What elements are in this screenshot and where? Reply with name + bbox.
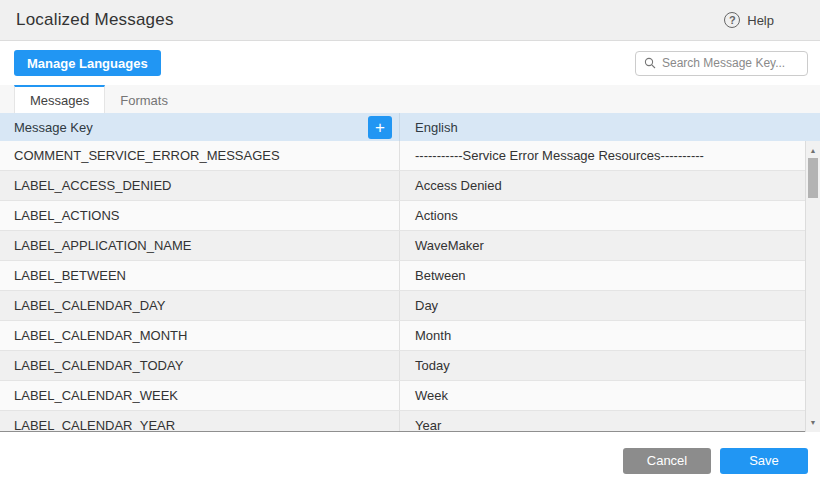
message-value-cell[interactable]: Day	[400, 291, 820, 320]
column-header-message-key: Message Key +	[0, 113, 400, 141]
message-value-cell[interactable]: Actions	[400, 201, 820, 230]
table-row: LABEL_ACTIONS Actions	[0, 201, 820, 231]
table-row: LABEL_CALENDAR_WEEK Week	[0, 381, 820, 411]
cancel-button[interactable]: Cancel	[623, 448, 711, 474]
scroll-down-icon[interactable]: ▼	[806, 415, 820, 430]
message-value-cell[interactable]: Access Denied	[400, 171, 820, 200]
message-key-cell[interactable]: LABEL_APPLICATION_NAME	[0, 231, 400, 260]
message-key-cell[interactable]: COMMENT_SERVICE_ERROR_MESSAGES	[0, 141, 400, 170]
message-key-cell[interactable]: LABEL_CALENDAR_MONTH	[0, 321, 400, 350]
message-value-cell[interactable]: WaveMaker	[400, 231, 820, 260]
help-label: Help	[747, 13, 774, 28]
search-icon	[644, 57, 656, 69]
table-row: LABEL_BETWEEN Between	[0, 261, 820, 291]
message-value-cell[interactable]: Month	[400, 321, 820, 350]
search-box[interactable]	[635, 51, 808, 76]
table-row: COMMENT_SERVICE_ERROR_MESSAGES ---------…	[0, 141, 820, 171]
column-header-english: English	[400, 113, 820, 141]
search-input[interactable]	[662, 56, 799, 70]
table-body: COMMENT_SERVICE_ERROR_MESSAGES ---------…	[0, 141, 820, 432]
message-key-header-label: Message Key	[14, 120, 93, 135]
message-key-cell[interactable]: LABEL_CALENDAR_DAY	[0, 291, 400, 320]
page-title: Localized Messages	[16, 10, 174, 30]
table-row: LABEL_APPLICATION_NAME WaveMaker	[0, 231, 820, 261]
message-value-cell[interactable]: Today	[400, 351, 820, 380]
help-icon: ?	[724, 12, 740, 28]
table-row: LABEL_CALENDAR_TODAY Today	[0, 351, 820, 381]
add-message-key-button[interactable]: +	[368, 116, 392, 139]
table-row: LABEL_ACCESS_DENIED Access Denied	[0, 171, 820, 201]
tab-formats[interactable]: Formats	[105, 85, 183, 113]
tab-messages[interactable]: Messages	[14, 85, 105, 113]
message-key-cell[interactable]: LABEL_ACCESS_DENIED	[0, 171, 400, 200]
tab-bar: Messages Formats	[0, 85, 820, 113]
message-key-cell[interactable]: LABEL_BETWEEN	[0, 261, 400, 290]
message-key-cell[interactable]: LABEL_CALENDAR_YEAR	[0, 411, 400, 432]
english-header-label: English	[415, 120, 458, 135]
scroll-up-icon[interactable]: ▲	[806, 143, 820, 158]
message-key-cell[interactable]: LABEL_ACTIONS	[0, 201, 400, 230]
messages-table: Message Key + English COMMENT_SERVICE_ER…	[0, 113, 820, 432]
scrollbar-thumb[interactable]	[808, 158, 818, 198]
manage-languages-button[interactable]: Manage Languages	[14, 50, 161, 76]
footer-bar: Cancel Save	[0, 432, 820, 489]
message-value-cell[interactable]: Week	[400, 381, 820, 410]
message-value-cell[interactable]: Year	[400, 411, 820, 432]
table-row: LABEL_CALENDAR_YEAR Year	[0, 411, 820, 432]
message-key-cell[interactable]: LABEL_CALENDAR_TODAY	[0, 351, 400, 380]
table-scrollbar[interactable]: ▲ ▼	[805, 141, 820, 432]
message-key-cell[interactable]: LABEL_CALENDAR_WEEK	[0, 381, 400, 410]
help-button[interactable]: ? Help	[724, 12, 774, 28]
message-value-cell[interactable]: -----------Service Error Message Resourc…	[400, 141, 820, 170]
table-header: Message Key + English	[0, 113, 820, 141]
message-value-cell[interactable]: Between	[400, 261, 820, 290]
save-button[interactable]: Save	[720, 448, 808, 474]
localized-messages-dialog: Localized Messages ? Help Manage Languag…	[0, 0, 820, 489]
header-bar: Localized Messages ? Help	[0, 0, 820, 41]
table-row: LABEL_CALENDAR_DAY Day	[0, 291, 820, 321]
table-row: LABEL_CALENDAR_MONTH Month	[0, 321, 820, 351]
toolbar: Manage Languages	[0, 41, 820, 85]
